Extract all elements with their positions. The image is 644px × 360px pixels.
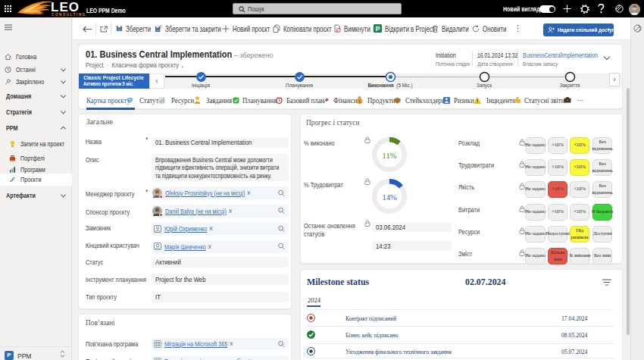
svg-text:$: $ — [358, 99, 361, 104]
svg-text:P: P — [376, 25, 380, 33]
svg-text:14%: 14% — [382, 193, 397, 202]
svg-text:11%: 11% — [383, 152, 397, 160]
